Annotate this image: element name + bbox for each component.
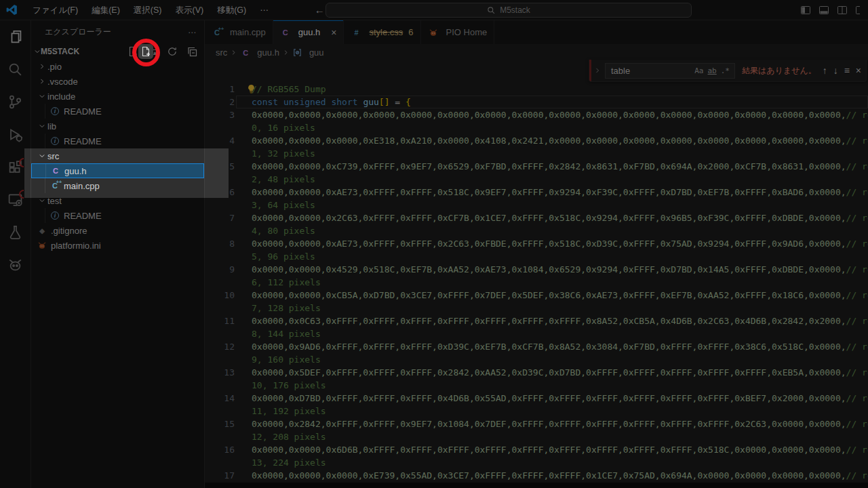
tree-folder-.pio[interactable]: .pio — [31, 59, 204, 74]
code-line[interactable]: 30x0000,0x0000,0x0000,0x0000,0x0000,0x00… — [205, 108, 868, 121]
code-line[interactable]: 3, 64 pixels — [205, 199, 868, 211]
code-content: 1// RGB565 Dump2const unsigned short guu… — [205, 83, 868, 483]
code-line[interactable]: 100x0000,0x0000,0xCB5A,0xD7BD,0x3CE7,0xF… — [205, 289, 868, 302]
toggle-sidebar-icon[interactable] — [800, 5, 811, 16]
chevron-down-icon — [37, 91, 47, 102]
new-file-button[interactable] — [126, 45, 140, 58]
tree-item-label: README — [64, 106, 102, 117]
tree-folder-lib[interactable]: lib — [31, 119, 204, 134]
collapse-all-button[interactable] — [185, 45, 199, 58]
customize-layout-icon[interactable] — [855, 5, 860, 16]
tab-guu-h[interactable]: Cguu.h× — [273, 20, 344, 44]
nav-back-arrow[interactable]: ← — [315, 4, 325, 16]
indent-guide — [45, 164, 46, 178]
info-icon: i — [50, 136, 60, 146]
code-line[interactable]: 70x0000,0x0000,0x2C63,0xFFFF,0xFFFF,0xCF… — [205, 211, 868, 224]
tree-folder-test[interactable]: test — [31, 193, 204, 208]
whole-word-toggle[interactable]: ab — [706, 66, 719, 76]
tree-item-readme[interactable]: iREADME — [31, 134, 204, 148]
menu-item-5[interactable]: ⋯ — [253, 0, 275, 20]
menu-item-1[interactable]: 編集(E) — [85, 0, 127, 20]
menu-item-0[interactable]: ファイル(F) — [26, 0, 85, 20]
vscode-logo-icon — [6, 4, 18, 16]
find-next-button[interactable]: ↓ — [833, 65, 838, 76]
code-line[interactable]: 50x0000,0x0000,0xC739,0xFFFF,0x9EF7,0x65… — [205, 160, 868, 173]
tab-main-cpp[interactable]: C++main.cpp — [205, 20, 273, 44]
code-line[interactable]: 90x0000,0x0000,0x4529,0x518C,0xEF7B,0xAA… — [205, 263, 868, 276]
match-case-toggle[interactable]: Aa — [692, 66, 705, 76]
activity-platformio-icon[interactable] — [0, 248, 31, 281]
code-line[interactable]: 140x0000,0xD7BD,0xFFFF,0xFFFF,0xFFFF,0x4… — [205, 392, 868, 405]
find-close-button[interactable]: × — [856, 65, 861, 76]
code-line[interactable]: 60x0000,0x0000,0xAE73,0xFFFF,0xFFFF,0x51… — [205, 186, 868, 199]
activity-search-icon[interactable] — [0, 53, 31, 85]
breadcrumb-item-guu.h[interactable]: Cguu.h — [240, 47, 279, 58]
code-line[interactable]: 110x0000,0x0C63,0xFFFF,0xFFFF,0xFFFF,0xF… — [205, 314, 868, 327]
code-line[interactable]: 5, 96 pixels — [205, 250, 868, 263]
code-line[interactable]: 1, 32 pixels — [205, 147, 868, 160]
regex-toggle[interactable]: .* — [719, 66, 732, 76]
code-line[interactable]: 2const unsigned short guu[] = { — [205, 96, 868, 108]
toggle-replace-chevron-icon[interactable] — [594, 67, 601, 74]
activity-run-debug-icon[interactable] — [0, 118, 31, 150]
project-section-header[interactable]: M5STACK — [31, 44, 204, 59]
menu-item-3[interactable]: 表示(V) — [168, 0, 210, 20]
tree-item-label: src — [47, 151, 59, 161]
tree-item-readme[interactable]: iREADME — [31, 208, 204, 223]
code-line[interactable]: 1// RGB565 Dump — [205, 83, 868, 96]
code-line[interactable]: 2, 48 pixels — [205, 173, 868, 186]
find-in-selection-button[interactable]: ≡ — [844, 65, 850, 76]
activity-explorer-icon[interactable] — [0, 20, 31, 53]
code-line[interactable]: 120x0000,0x9AD6,0xFFFF,0xFFFF,0xFFFF,0xD… — [205, 340, 868, 353]
tree-item-readme[interactable]: iREADME — [31, 104, 204, 119]
lightbulb-icon[interactable] — [246, 84, 256, 94]
tab-close-icon[interactable]: × — [331, 27, 336, 38]
code-line[interactable]: 11, 192 pixels — [205, 405, 868, 418]
tree-folder-.vscode[interactable]: .vscode — [31, 74, 204, 89]
code-line[interactable]: 10, 176 pixels — [205, 379, 868, 392]
code-line[interactable]: 13, 224 pixels — [205, 456, 868, 469]
code-line[interactable]: 12, 208 pixels — [205, 430, 868, 443]
toggle-panel-icon[interactable] — [818, 5, 829, 16]
code-line[interactable]: 80x0000,0x0000,0xAE73,0xFFFF,0xFFFF,0x2C… — [205, 237, 868, 250]
code-line[interactable]: 40x0000,0x0000,0x0000,0xE318,0xA210,0x00… — [205, 134, 868, 147]
line-number: 11 — [205, 314, 235, 327]
split-editor-icon[interactable] — [837, 5, 848, 16]
activity-testing-icon[interactable] — [0, 216, 31, 248]
activity-remote-explorer-icon[interactable] — [0, 183, 31, 216]
command-center-search[interactable]: M5stack — [326, 3, 692, 18]
code-line[interactable]: 170x0000,0x0000,0x0000,0xE739,0x55AD,0x3… — [205, 469, 868, 482]
line-number: 9 — [205, 263, 235, 276]
code-line[interactable]: 9, 160 pixels — [205, 353, 868, 366]
tree-item-guu.h[interactable]: Cguu.h — [31, 163, 204, 178]
tree-folder-include[interactable]: include — [31, 89, 204, 104]
tree-folder-src[interactable]: src — [31, 148, 204, 163]
activity-extensions-icon[interactable] — [0, 150, 31, 183]
menu-item-4[interactable]: 移動(G) — [210, 0, 253, 20]
new-folder-button[interactable] — [146, 45, 159, 58]
breadcrumb-item-guu[interactable]: guu — [292, 47, 324, 58]
code-line[interactable]: 0, 16 pixels — [205, 121, 868, 134]
tab-pio-home[interactable]: PIO Home — [421, 20, 495, 44]
breadcrumb-item-src[interactable]: src — [216, 47, 227, 58]
find-resize-sash[interactable] — [589, 60, 591, 81]
refresh-button[interactable] — [165, 45, 179, 58]
tree-item-platformio.ini[interactable]: platformio.ini — [31, 238, 204, 253]
find-input[interactable]: table Aa ab .* — [605, 63, 735, 79]
code-line[interactable]: 7, 128 pixels — [205, 302, 868, 314]
activity-source-control-icon[interactable] — [0, 85, 31, 118]
tree-item-main.cpp[interactable]: C++main.cpp — [31, 178, 204, 193]
tree-item-.gitignore[interactable]: ◆.gitignore — [31, 223, 204, 238]
code-line[interactable]: 150x0000,0x2842,0xFFFF,0xFFFF,0x9EF7,0x1… — [205, 418, 868, 430]
more-actions-icon[interactable]: ⋯ — [188, 28, 196, 37]
tab-style-css[interactable]: #style.css6 — [344, 20, 420, 44]
platformio-icon — [37, 240, 47, 251]
sidebar-header: エクスプローラー ⋯ — [31, 20, 204, 44]
code-line[interactable]: 8, 144 pixels — [205, 327, 868, 340]
menu-item-2[interactable]: 選択(S) — [127, 0, 169, 20]
code-line[interactable]: 130x0000,0x5DEF,0xFFFF,0xFFFF,0xFFFF,0x2… — [205, 366, 868, 379]
find-previous-button[interactable]: ↑ — [823, 65, 827, 76]
code-line[interactable]: 160x0000,0x0000,0x6D6B,0xFFFF,0xFFFF,0xF… — [205, 443, 868, 456]
code-line[interactable]: 6, 112 pixels — [205, 276, 868, 289]
code-line[interactable]: 4, 80 pixels — [205, 224, 868, 237]
